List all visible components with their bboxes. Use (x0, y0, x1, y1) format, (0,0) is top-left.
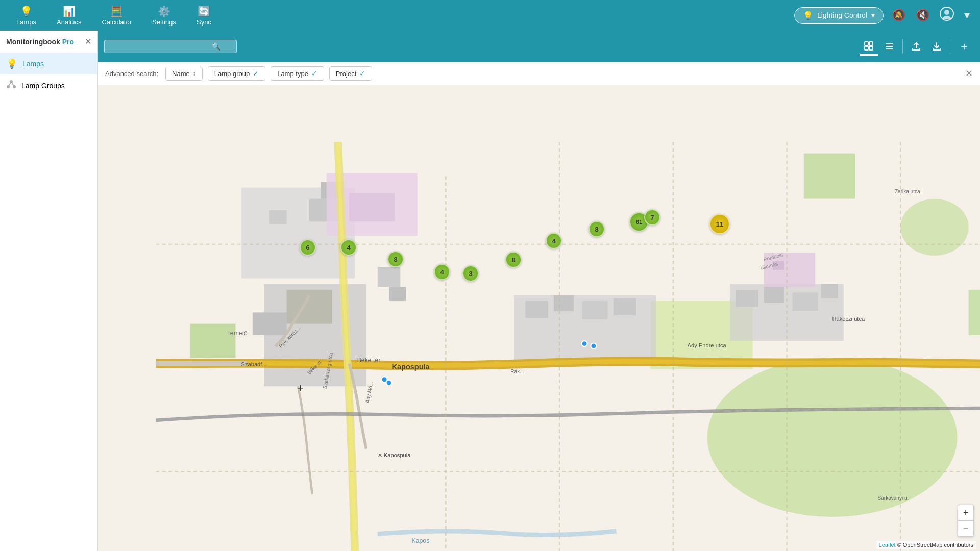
lamps-icon: 💡 (20, 5, 33, 17)
cluster-8b[interactable]: 8 (505, 252, 522, 268)
toolbar-divider-1 (902, 39, 903, 54)
check-icon-1: ✓ (253, 69, 259, 78)
svg-rect-39 (764, 287, 784, 303)
svg-rect-30 (378, 267, 401, 287)
svg-rect-40 (793, 292, 818, 311)
svg-text:Szabadf...: Szabadf... (241, 361, 267, 367)
svg-text:✕ Kapospula: ✕ Kapospula (378, 452, 411, 458)
svg-point-19 (900, 199, 969, 256)
nav-item-sync[interactable]: 🔄 Sync (188, 2, 219, 29)
cluster-6[interactable]: 6 (300, 239, 316, 256)
zoom-in-button[interactable]: + (958, 505, 973, 520)
sidebar-lamp-groups-label: Lamp Groups (21, 82, 65, 90)
bulb-icon: 💡 (803, 11, 813, 20)
svg-point-1 (944, 10, 949, 15)
map-area[interactable]: Temető Szabadf... Piac köröz... Béke tér… (98, 85, 980, 551)
cluster-3[interactable]: 3 (462, 265, 479, 282)
filter-name[interactable]: Name ↕ (165, 67, 203, 81)
svg-point-64 (386, 380, 391, 386)
filter-project-label: Project (336, 70, 356, 78)
svg-rect-29 (253, 312, 287, 335)
svg-text:Ady Endre utca: Ady Endre utca (688, 342, 727, 348)
svg-point-15 (707, 358, 958, 517)
map-attribution: Leaflet © OpenStreetMap contributors (876, 541, 976, 549)
svg-rect-24 (270, 210, 286, 224)
cluster-8c[interactable]: 8 (589, 221, 605, 237)
svg-text:Sárkoványi u.: Sárkoványi u. (878, 495, 909, 501)
sidebar-header: Monitoringbook Pro ✕ (0, 31, 97, 53)
nav-items: 💡 Lamps 📊 Analitics 🧮 Calculator ⚙️ Sett… (8, 2, 219, 29)
filter-close-icon[interactable]: ✕ (965, 68, 973, 79)
lighting-control-label: Lighting Control (817, 11, 867, 19)
filter-lamp-type[interactable]: Lamp type ✓ (271, 66, 324, 81)
svg-line-5 (8, 82, 11, 87)
filter-lamp-type-label: Lamp type (277, 70, 308, 78)
svg-rect-41 (821, 284, 838, 298)
analytics-icon: 📊 (63, 5, 76, 17)
svg-rect-7 (865, 42, 868, 45)
sidebar-pro-badge: Pro (62, 38, 74, 46)
add-button[interactable]: ＋ (954, 36, 974, 57)
check-icon-3: ✓ (359, 69, 365, 78)
nav-right: 💡 Lighting Control ▾ 🔕 🔇 ▾ (794, 5, 972, 26)
map-view-button[interactable] (860, 38, 878, 56)
volume-icon[interactable]: 🔇 (914, 7, 932, 24)
nav-item-calculator[interactable]: 🧮 Calculator (93, 2, 140, 29)
nav-label-sync: Sync (197, 18, 211, 26)
close-icon[interactable]: ✕ (85, 37, 91, 46)
svg-rect-28 (287, 290, 332, 324)
search-input[interactable] (110, 42, 212, 51)
cluster-4a[interactable]: 4 (340, 239, 357, 256)
sidebar-item-lamp-groups[interactable]: Lamp Groups (0, 74, 97, 97)
filter-project[interactable]: Project ✓ (329, 66, 372, 81)
nav-label-analytics: Analitics (57, 18, 81, 26)
svg-rect-8 (869, 42, 873, 45)
svg-point-62 (591, 343, 596, 348)
lamps-sidebar-icon: 💡 (6, 58, 17, 69)
svg-line-6 (11, 82, 14, 87)
cluster-8a[interactable]: 8 (387, 251, 404, 267)
svg-rect-17 (190, 324, 235, 358)
zoom-out-button[interactable]: − (958, 521, 973, 536)
upload-button[interactable] (907, 38, 925, 55)
sync-icon: 🔄 (198, 5, 210, 17)
svg-text:Rák...: Rák... (510, 369, 524, 374)
notification-icon[interactable]: 🔕 (890, 7, 908, 24)
profile-icon[interactable] (938, 5, 956, 26)
cluster-7[interactable]: 7 (644, 209, 660, 226)
sort-icon: ↕ (193, 70, 196, 77)
search-bar-right: ＋ (860, 36, 974, 57)
nav-item-settings[interactable]: ⚙️ Settings (144, 2, 184, 29)
svg-rect-20 (969, 290, 980, 335)
content-area: 🔍 (98, 31, 980, 551)
top-navigation: 💡 Lamps 📊 Analitics 🧮 Calculator ⚙️ Sett… (0, 0, 980, 31)
svg-text:Kapospula: Kapospula (392, 363, 430, 371)
map-svg: Temető Szabadf... Piac köröz... Béke tér… (98, 85, 980, 551)
cluster-11[interactable]: 11 (709, 214, 730, 234)
nav-item-lamps[interactable]: 💡 Lamps (8, 2, 44, 29)
filter-name-label: Name (172, 70, 190, 78)
dropdown-arrow-icon: ▾ (871, 11, 875, 19)
map-zoom-controls: + − (958, 505, 974, 537)
lighting-control-button[interactable]: 💡 Lighting Control ▾ (794, 7, 884, 24)
svg-text:Kapos: Kapos (412, 537, 430, 544)
svg-rect-26 (349, 193, 395, 222)
sidebar-app-name: Monitoringbook (6, 38, 62, 46)
svg-rect-33 (525, 301, 548, 318)
cluster-4c[interactable]: 4 (546, 233, 562, 249)
download-button[interactable] (927, 38, 946, 55)
filter-lamp-group[interactable]: Lamp group ✓ (208, 66, 265, 81)
sidebar-item-lamps[interactable]: 💡 Lamps (0, 53, 97, 74)
cluster-4b[interactable]: 4 (434, 264, 450, 280)
settings-icon: ⚙️ (158, 5, 170, 17)
svg-point-61 (582, 341, 587, 346)
main-layout: Monitoringbook Pro ✕ 💡 Lamps Lamp Groups (0, 31, 980, 551)
svg-rect-18 (804, 154, 855, 199)
nav-label-settings: Settings (152, 18, 176, 26)
chevron-down-icon[interactable]: ▾ (962, 7, 972, 24)
list-view-button[interactable] (880, 38, 898, 55)
check-icon-2: ✓ (311, 69, 317, 78)
advanced-search-label: Advanced search: (105, 70, 158, 78)
nav-item-analytics[interactable]: 📊 Analitics (48, 2, 89, 29)
leaflet-link[interactable]: Leaflet (879, 542, 896, 548)
